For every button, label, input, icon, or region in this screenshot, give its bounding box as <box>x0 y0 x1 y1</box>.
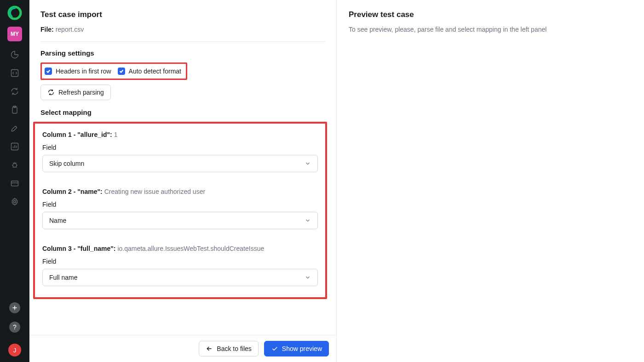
refresh-icon <box>47 89 55 96</box>
chevron-down-icon <box>305 274 311 281</box>
mapping-heading: Select mapping <box>40 108 325 116</box>
check-icon <box>271 345 278 352</box>
field-label: Field <box>42 144 318 151</box>
user-avatar[interactable]: J <box>8 344 21 356</box>
mapping-column-1: Column 1 - "allure_id": 1 Field Skip col… <box>42 131 318 172</box>
preview-title: Preview test case <box>349 10 632 19</box>
field-label: Field <box>42 201 318 208</box>
chevron-down-icon <box>305 160 311 167</box>
nav-clipboard-icon[interactable] <box>10 105 20 115</box>
workspace-badge[interactable]: MY <box>7 27 22 41</box>
chevron-down-icon <box>305 217 311 224</box>
autodetect-checkbox[interactable] <box>118 68 125 75</box>
app-logo[interactable] <box>7 6 22 20</box>
show-preview-button[interactable]: Show preview <box>264 341 329 356</box>
panel-footer: Back to files Show preview <box>29 335 336 362</box>
nav-settings-icon[interactable] <box>10 197 20 207</box>
field-select-3[interactable]: Full name <box>42 269 318 286</box>
mapping-column-3: Column 3 - "full_name": io.qameta.allure… <box>42 245 318 286</box>
field-select-1[interactable]: Skip column <box>42 155 318 172</box>
back-to-files-button[interactable]: Back to files <box>199 341 258 356</box>
svg-rect-6 <box>12 181 18 186</box>
parsing-heading: Parsing settings <box>40 49 325 57</box>
preview-empty-text: To see preview, please, parse file and s… <box>349 26 632 33</box>
mapping-highlight: Column 1 - "allure_id": 1 Field Skip col… <box>33 122 327 299</box>
sidebar: MY ? J <box>0 0 29 362</box>
file-info: File: report.csv <box>40 26 325 33</box>
nav-pie-icon[interactable] <box>10 50 20 60</box>
divider <box>40 41 325 42</box>
nav-rocket-icon[interactable] <box>10 123 20 133</box>
import-panel: Test case import File: report.csv Parsin… <box>29 0 337 362</box>
svg-point-7 <box>14 201 16 203</box>
preview-panel: Preview test case To see preview, please… <box>337 0 644 362</box>
headers-checkbox-label: Headers in first row <box>56 68 111 75</box>
add-button-icon[interactable] <box>9 302 20 313</box>
help-icon[interactable]: ? <box>9 322 20 333</box>
field-select-2[interactable]: Name <box>42 212 318 229</box>
check-icon <box>46 69 51 74</box>
nav-refresh-icon[interactable] <box>10 86 20 96</box>
nav-bug-icon[interactable] <box>10 160 20 170</box>
svg-rect-1 <box>12 70 18 77</box>
arrow-left-icon <box>206 345 213 352</box>
parsing-options-highlight: Headers in first row Auto detect format <box>40 62 187 80</box>
page-title: Test case import <box>40 10 325 19</box>
nav-chart-icon[interactable] <box>10 141 20 152</box>
nav-card-icon[interactable] <box>10 178 20 188</box>
refresh-parsing-button[interactable]: Refresh parsing <box>40 85 111 100</box>
nav-code-icon[interactable] <box>10 68 20 78</box>
autodetect-checkbox-label: Auto detect format <box>129 68 181 75</box>
check-icon <box>119 69 124 74</box>
headers-checkbox[interactable] <box>45 68 52 75</box>
mapping-column-2: Column 2 - "name": Creating new issue au… <box>42 188 318 229</box>
field-label: Field <box>42 258 318 265</box>
